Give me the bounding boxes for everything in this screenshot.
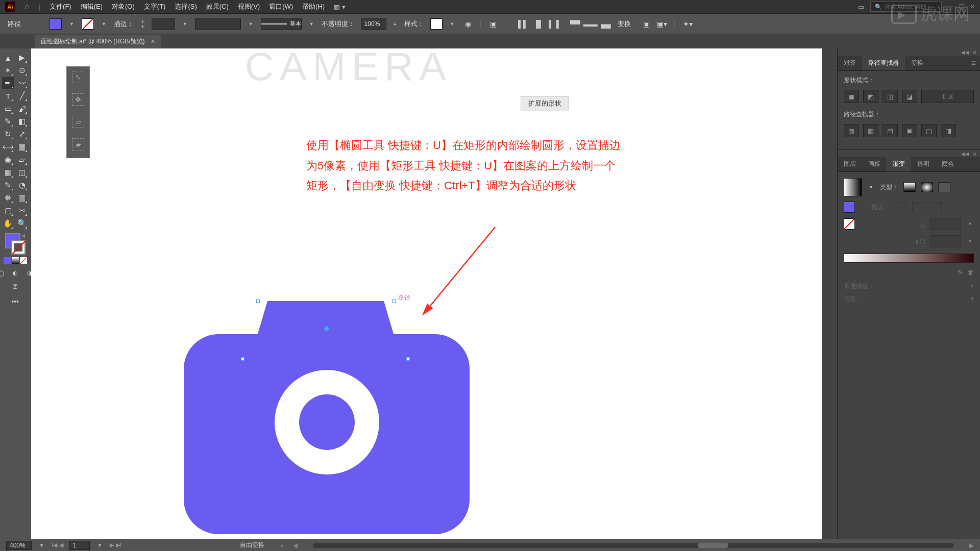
close-tab-icon[interactable]: × — [151, 37, 155, 45]
shape-builder-tool[interactable]: ◉ — [2, 154, 14, 166]
shaper-tool[interactable]: ✎ — [2, 115, 14, 128]
restore-icon[interactable]: ❐ — [959, 3, 965, 10]
first-artboard-icon[interactable]: I◀ — [52, 542, 57, 548]
stroke-up[interactable]: ▴ — [140, 18, 145, 23]
close-panels-icon[interactable]: ✕ — [972, 49, 977, 55]
tab-transparency[interactable]: 透明 — [911, 157, 936, 171]
tab-gradient[interactable]: 渐变 — [887, 157, 911, 171]
fill-swatch[interactable] — [50, 18, 62, 30]
slice-tool[interactable]: ✂ — [16, 205, 29, 217]
blend-tool[interactable]: ◔ — [16, 179, 29, 191]
minimize-icon[interactable]: — — [948, 3, 954, 10]
align-top-icon[interactable]: ▀▀ — [570, 18, 581, 30]
direct-selection-tool[interactable]: ▶ — [16, 52, 29, 64]
next-artboard-icon[interactable]: ▶ — [110, 542, 114, 548]
gradient-preview[interactable] — [844, 178, 862, 196]
crop-icon[interactable]: ▣▾ — [656, 18, 668, 30]
pen-tool[interactable]: ✒ — [2, 77, 14, 89]
camera-lens-ring[interactable] — [275, 370, 379, 474]
var-width-input[interactable] — [195, 18, 241, 30]
zoom-tool[interactable]: 🔍 — [16, 217, 29, 230]
menu-file[interactable]: 文件(F) — [50, 2, 71, 11]
document-tab[interactable]: 面性图标绘制.ai* @ 400% (RGB/预览) × — [35, 35, 161, 48]
curvature-tool[interactable]: 〰 — [16, 77, 29, 89]
stroke-down[interactable]: ▾ — [140, 24, 145, 29]
outline-button[interactable]: ▢ — [921, 124, 937, 137]
close-panels-icon[interactable]: ✕ — [972, 151, 977, 156]
tab-pathfinder[interactable]: 路径查找器 — [862, 56, 905, 70]
transform-distort-icon[interactable]: ▰ — [72, 138, 84, 151]
panel-menu-icon[interactable]: ≡ — [971, 59, 980, 68]
gradient-slider[interactable] — [844, 254, 974, 263]
status-popup-icon[interactable]: ▸ — [281, 542, 284, 549]
tab-color[interactable]: 颜色 — [936, 157, 960, 171]
align-bottom-icon[interactable]: ▄▄ — [600, 18, 611, 30]
fill-dropdown[interactable]: ▼ — [68, 21, 76, 27]
transform-constrain-icon[interactable]: ⤡ — [72, 71, 84, 83]
tab-artboards[interactable]: 画板 — [862, 157, 887, 171]
camera-lens-center[interactable] — [299, 394, 355, 450]
color-mode-btn[interactable] — [4, 257, 11, 264]
transform-free-icon[interactable]: ✥ — [72, 93, 84, 106]
radial-gradient-button[interactable] — [921, 182, 933, 192]
menu-type[interactable]: 文字(T) — [144, 2, 166, 11]
gradient-tool[interactable]: ◫ — [16, 166, 29, 179]
minus-front-button[interactable]: ◩ — [863, 90, 878, 103]
symbol-sprayer-tool[interactable]: ❋ — [2, 192, 14, 204]
artboard-input[interactable] — [69, 541, 90, 550]
swap-colors-icon[interactable]: ⤭ — [21, 233, 26, 239]
align-right-icon[interactable]: ▌▐ — [548, 18, 559, 30]
expand-button[interactable]: 扩展 — [921, 90, 974, 103]
home-icon[interactable]: ⌂ — [24, 2, 30, 11]
camera-shape[interactable]: 路径 — [184, 334, 470, 534]
collapsed-panel-dock[interactable] — [822, 48, 837, 539]
magic-wand-tool[interactable]: ✴ — [2, 64, 14, 77]
arrange-docs-icon[interactable]: ▦ ▾ — [334, 3, 346, 11]
menu-edit[interactable]: 编辑(E) — [81, 2, 103, 11]
none-mode-btn[interactable] — [20, 257, 27, 264]
scroll-right-icon[interactable]: ▶ — [969, 542, 974, 549]
gradient-fill-slot[interactable] — [844, 202, 855, 213]
artboard-tool[interactable]: ▢ — [2, 205, 14, 217]
selection-handle[interactable] — [256, 299, 260, 303]
eraser-tool[interactable]: ◧ — [16, 115, 29, 128]
recolor-icon[interactable]: ◉ — [462, 18, 474, 30]
scale-tool[interactable]: ⤢ — [16, 128, 29, 140]
gradient-eyedropper-icon[interactable]: ✎ — [958, 269, 963, 276]
align-panel-icon[interactable]: ▣ — [488, 18, 499, 30]
draw-behind-icon[interactable]: ◐ — [9, 267, 22, 279]
type-tool[interactable]: T — [2, 90, 14, 102]
workspace-icon[interactable]: ▭ — [858, 3, 864, 11]
horizontal-scrollbar[interactable] — [313, 543, 954, 548]
brush-tool[interactable]: 🖌 — [16, 103, 29, 115]
merge-button[interactable]: ▤ — [883, 124, 898, 137]
stroke-dropdown[interactable]: ▼ — [100, 21, 108, 27]
align-vcenter-icon[interactable]: ▬▬ — [585, 18, 596, 30]
transform-perspective-icon[interactable]: ▱ — [72, 116, 84, 128]
artboard-dropdown[interactable]: ▼ — [96, 543, 104, 548]
menu-help[interactable]: 帮助(H) — [302, 2, 325, 11]
menu-view[interactable]: 视图(V) — [238, 2, 260, 11]
screen-mode-icon[interactable]: ⎚ — [9, 280, 22, 292]
mesh-tool[interactable]: ▦ — [2, 166, 14, 179]
draw-normal-icon[interactable]: ◯ — [0, 267, 8, 279]
collapse-panels-icon[interactable]: ◀◀ — [961, 151, 969, 156]
gradient-stroke-slot[interactable] — [844, 218, 855, 230]
scroll-left-icon[interactable]: ◀ — [293, 542, 298, 549]
search-input[interactable]: 🔍 搜索 Adobe 帮助 — [870, 2, 942, 12]
style-swatch[interactable] — [430, 18, 443, 30]
gradient-delete-stop-icon[interactable]: 🗑 — [968, 269, 974, 276]
eyedropper-tool[interactable]: ✎ — [2, 179, 14, 191]
freeform-gradient-button[interactable] — [938, 182, 950, 192]
brush-profile[interactable]: 基本 — [261, 18, 302, 30]
selection-handle[interactable] — [241, 357, 244, 361]
menu-window[interactable]: 窗口(W) — [269, 2, 293, 11]
unite-button[interactable]: ◼ — [844, 90, 859, 103]
stroke-weight-input[interactable] — [152, 18, 175, 30]
align-hcenter-icon[interactable]: ▐▌ — [533, 18, 544, 30]
fill-stroke-panel[interactable]: ⤭ — [5, 233, 26, 255]
linear-gradient-button[interactable] — [903, 182, 916, 192]
lasso-tool[interactable]: ⊙ — [16, 64, 29, 77]
align-left-icon[interactable]: ▌▌ — [518, 18, 529, 30]
free-transform-tool[interactable]: ▦ — [16, 141, 29, 153]
